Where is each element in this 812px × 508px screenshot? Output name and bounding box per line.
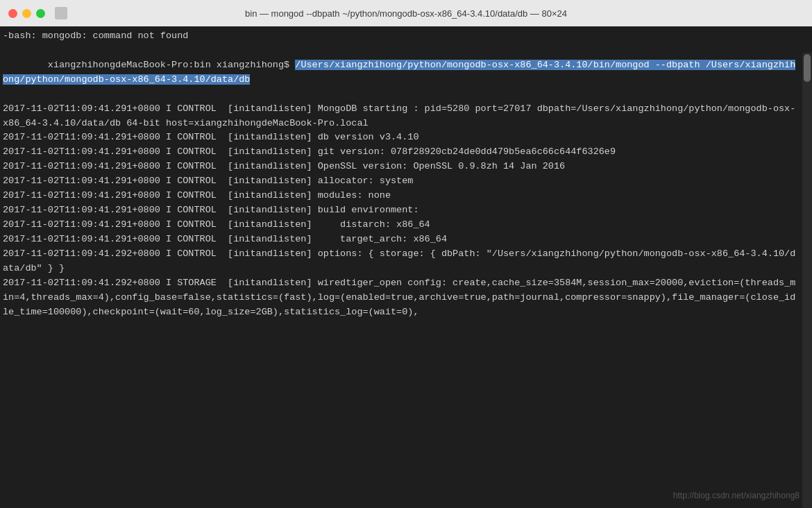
minimize-button[interactable]: [22, 9, 31, 18]
watermark: http://blog.csdn.net/xiangzhihong8: [673, 489, 800, 502]
line-12: 2017-11-02T11:09:41.292+0800 I CONTROL […: [3, 247, 800, 276]
terminal-window: bin — mongod --dbpath ~/python/mongodb-o…: [0, 0, 812, 508]
prompt-text: xiangzhihongdeMacBook-Pro:bin xiangzhiho…: [48, 60, 295, 70]
traffic-lights: [8, 9, 45, 18]
line-2: xiangzhihongdeMacBook-Pro:bin xiangzhiho…: [3, 44, 800, 102]
titlebar: bin — mongod --dbpath ~/python/mongodb-o…: [0, 0, 812, 26]
line-9: 2017-11-02T11:09:41.291+0800 I CONTROL […: [3, 203, 800, 218]
maximize-button[interactable]: [36, 9, 45, 18]
close-button[interactable]: [8, 9, 17, 18]
line-5: 2017-11-02T11:09:41.291+0800 I CONTROL […: [3, 145, 800, 160]
window-title: bin — mongod --dbpath ~/python/mongodb-o…: [245, 8, 567, 19]
line-6: 2017-11-02T11:09:41.291+0800 I CONTROL […: [3, 160, 800, 174]
scrollbar-thumb[interactable]: [804, 54, 811, 82]
window-icon: [55, 7, 67, 19]
line-11: 2017-11-02T11:09:41.291+0800 I CONTROL […: [3, 232, 800, 247]
line-1: -bash: mongodb: command not found: [3, 29, 800, 44]
line-7: 2017-11-02T11:09:41.291+0800 I CONTROL […: [3, 174, 800, 189]
scrollbar-track[interactable]: [802, 53, 812, 508]
terminal-output[interactable]: -bash: mongodb: command not found xiangz…: [0, 26, 812, 508]
line-3: 2017-11-02T11:09:41.291+0800 I CONTROL […: [3, 102, 800, 131]
line-8: 2017-11-02T11:09:41.291+0800 I CONTROL […: [3, 189, 800, 203]
line-13: 2017-11-02T11:09:41.292+0800 I STORAGE […: [3, 276, 800, 320]
line-10: 2017-11-02T11:09:41.291+0800 I CONTROL […: [3, 218, 800, 232]
line-4: 2017-11-02T11:09:41.291+0800 I CONTROL […: [3, 130, 800, 145]
